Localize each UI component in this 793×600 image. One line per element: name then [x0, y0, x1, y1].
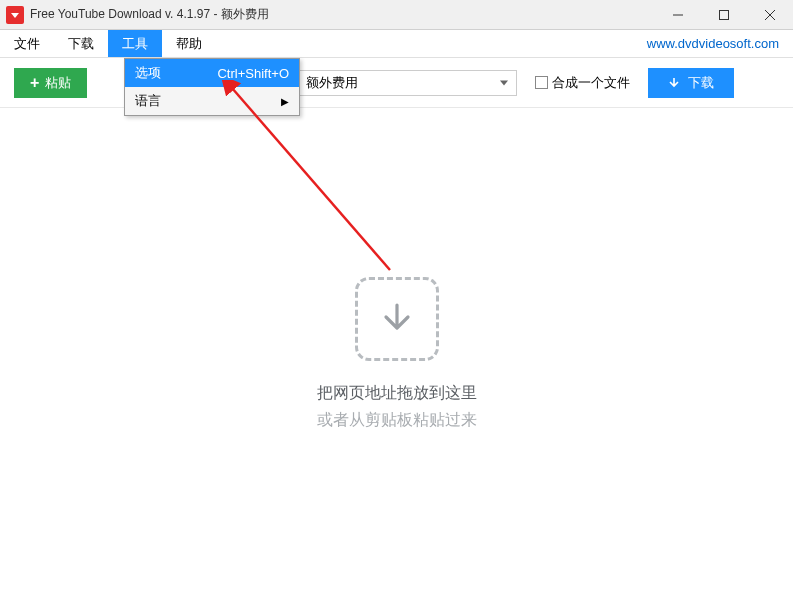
tools-dropdown: 选项 Ctrl+Shift+O 语言 ▶	[124, 58, 300, 116]
menu-file[interactable]: 文件	[0, 30, 54, 57]
format-select-value: 额外费用	[306, 74, 358, 92]
menu-help[interactable]: 帮助	[162, 30, 216, 57]
dropdown-item-label: 选项	[135, 64, 161, 82]
menu-download[interactable]: 下载	[54, 30, 108, 57]
download-button-label: 下载	[688, 74, 714, 92]
merge-checkbox-group[interactable]: 合成一个文件	[535, 74, 630, 92]
merge-checkbox[interactable]	[535, 76, 548, 89]
website-link[interactable]: www.dvdvideosoft.com	[633, 30, 793, 57]
dropzone[interactable]: 把网页地址拖放到这里 或者从剪贴板粘贴过来	[0, 108, 793, 600]
minimize-button[interactable]	[655, 0, 701, 30]
maximize-button[interactable]	[701, 0, 747, 30]
submenu-arrow-icon: ▶	[281, 96, 289, 107]
dropzone-text-2: 或者从剪贴板粘贴过来	[317, 410, 477, 431]
app-icon	[6, 6, 24, 24]
paste-button[interactable]: + 粘贴	[14, 68, 87, 98]
download-button[interactable]: 下载	[648, 68, 734, 98]
format-select[interactable]: 额外费用	[297, 70, 517, 96]
dropdown-item-label: 语言	[135, 92, 161, 110]
dropdown-options[interactable]: 选项 Ctrl+Shift+O	[125, 59, 299, 87]
paste-button-label: 粘贴	[45, 74, 71, 92]
toolbar: + 粘贴 额外费用 合成一个文件 下载	[0, 58, 793, 108]
svg-rect-1	[720, 10, 729, 19]
menubar: 文件 下载 工具 帮助 www.dvdvideosoft.com 选项 Ctrl…	[0, 30, 793, 58]
titlebar: Free YouTube Download v. 4.1.97 - 额外费用	[0, 0, 793, 30]
plus-icon: +	[30, 74, 39, 92]
merge-checkbox-label: 合成一个文件	[552, 74, 630, 92]
dropzone-text-1: 把网页地址拖放到这里	[317, 383, 477, 404]
download-arrow-icon	[668, 77, 680, 89]
close-button[interactable]	[747, 0, 793, 30]
dropdown-item-shortcut: Ctrl+Shift+O	[205, 66, 289, 81]
dropzone-icon	[355, 277, 439, 361]
dropdown-language[interactable]: 语言 ▶	[125, 87, 299, 115]
window-title: Free YouTube Download v. 4.1.97 - 额外费用	[30, 6, 269, 23]
menu-tools[interactable]: 工具	[108, 30, 162, 57]
